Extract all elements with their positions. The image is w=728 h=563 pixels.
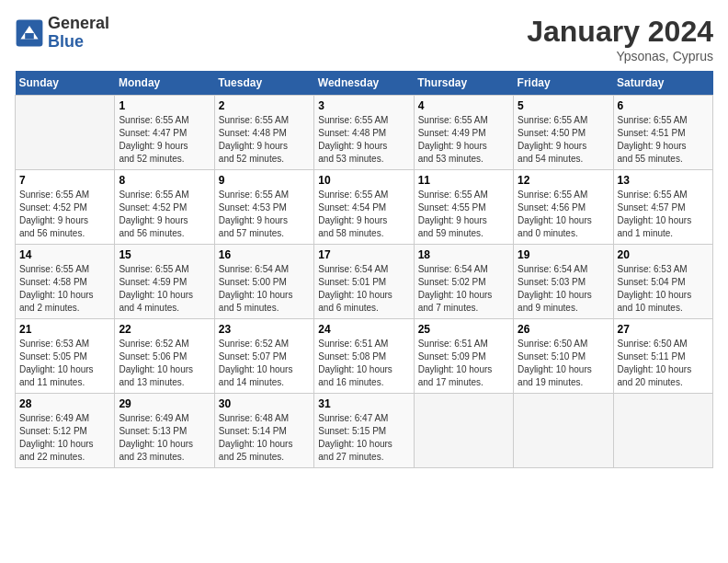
calendar-cell: 17Sunrise: 6:54 AM Sunset: 5:01 PM Dayli…	[314, 245, 414, 319]
calendar-cell: 13Sunrise: 6:55 AM Sunset: 4:57 PM Dayli…	[613, 170, 712, 245]
day-number: 8	[119, 174, 210, 187]
location-subtitle: Ypsonas, Cyprus	[527, 49, 713, 63]
day-number: 14	[19, 248, 110, 261]
day-number: 18	[418, 248, 509, 261]
day-number: 7	[19, 174, 110, 187]
logo: General Blue	[15, 15, 109, 52]
day-info: Sunrise: 6:55 AM Sunset: 4:53 PM Dayligh…	[219, 189, 310, 240]
calendar-cell: 12Sunrise: 6:55 AM Sunset: 4:56 PM Dayli…	[514, 170, 613, 245]
title-block: January 2024 Ypsonas, Cyprus	[527, 15, 713, 63]
weekday-row: SundayMondayTuesdayWednesdayThursdayFrid…	[16, 71, 713, 96]
calendar-week-row: 14Sunrise: 6:55 AM Sunset: 4:58 PM Dayli…	[16, 245, 713, 319]
day-number: 30	[219, 397, 310, 410]
day-info: Sunrise: 6:55 AM Sunset: 4:59 PM Dayligh…	[119, 263, 210, 315]
day-number: 2	[219, 99, 310, 112]
day-info: Sunrise: 6:55 AM Sunset: 4:52 PM Dayligh…	[119, 189, 210, 240]
day-number: 4	[418, 99, 509, 112]
day-number: 9	[219, 174, 310, 187]
day-info: Sunrise: 6:52 AM Sunset: 5:06 PM Dayligh…	[119, 338, 210, 389]
day-info: Sunrise: 6:49 AM Sunset: 5:13 PM Dayligh…	[119, 412, 210, 464]
calendar-cell: 2Sunrise: 6:55 AM Sunset: 4:48 PM Daylig…	[214, 96, 313, 170]
calendar-cell: 22Sunrise: 6:52 AM Sunset: 5:06 PM Dayli…	[115, 319, 214, 394]
calendar-cell: 31Sunrise: 6:47 AM Sunset: 5:15 PM Dayli…	[314, 394, 414, 468]
calendar-cell: 7Sunrise: 6:55 AM Sunset: 4:52 PM Daylig…	[16, 170, 115, 245]
day-info: Sunrise: 6:52 AM Sunset: 5:07 PM Dayligh…	[219, 338, 310, 389]
calendar-cell: 27Sunrise: 6:50 AM Sunset: 5:11 PM Dayli…	[613, 319, 712, 394]
calendar-cell: 6Sunrise: 6:55 AM Sunset: 4:51 PM Daylig…	[613, 96, 712, 170]
day-number: 15	[119, 248, 210, 261]
day-number: 5	[518, 99, 609, 112]
calendar-cell: 28Sunrise: 6:49 AM Sunset: 5:12 PM Dayli…	[16, 394, 115, 468]
day-number: 17	[318, 248, 409, 261]
month-title: January 2024	[527, 15, 713, 49]
day-info: Sunrise: 6:55 AM Sunset: 4:50 PM Dayligh…	[518, 114, 609, 166]
calendar-cell: 23Sunrise: 6:52 AM Sunset: 5:07 PM Dayli…	[214, 319, 313, 394]
day-number: 21	[19, 323, 110, 336]
day-info: Sunrise: 6:55 AM Sunset: 4:58 PM Dayligh…	[19, 263, 110, 315]
calendar-cell: 26Sunrise: 6:50 AM Sunset: 5:10 PM Dayli…	[514, 319, 613, 394]
day-info: Sunrise: 6:55 AM Sunset: 4:52 PM Dayligh…	[19, 189, 110, 240]
day-info: Sunrise: 6:54 AM Sunset: 5:00 PM Dayligh…	[219, 263, 310, 315]
calendar-cell: 16Sunrise: 6:54 AM Sunset: 5:00 PM Dayli…	[214, 245, 313, 319]
calendar-cell: 30Sunrise: 6:48 AM Sunset: 5:14 PM Dayli…	[214, 394, 313, 468]
calendar-cell: 19Sunrise: 6:54 AM Sunset: 5:03 PM Dayli…	[514, 245, 613, 319]
calendar-cell: 1Sunrise: 6:55 AM Sunset: 4:47 PM Daylig…	[115, 96, 214, 170]
day-info: Sunrise: 6:48 AM Sunset: 5:14 PM Dayligh…	[219, 412, 310, 464]
day-info: Sunrise: 6:55 AM Sunset: 4:48 PM Dayligh…	[219, 114, 310, 166]
day-info: Sunrise: 6:55 AM Sunset: 4:57 PM Dayligh…	[618, 189, 709, 240]
day-number: 16	[219, 248, 310, 261]
weekday-header: Friday	[514, 71, 613, 96]
calendar-cell: 14Sunrise: 6:55 AM Sunset: 4:58 PM Dayli…	[16, 245, 115, 319]
day-number: 27	[618, 323, 709, 336]
calendar-cell: 24Sunrise: 6:51 AM Sunset: 5:08 PM Dayli…	[314, 319, 414, 394]
day-number: 19	[518, 248, 609, 261]
calendar-week-row: 28Sunrise: 6:49 AM Sunset: 5:12 PM Dayli…	[16, 394, 713, 468]
day-number: 23	[219, 323, 310, 336]
calendar-cell: 10Sunrise: 6:55 AM Sunset: 4:54 PM Dayli…	[314, 170, 414, 245]
weekday-header: Saturday	[613, 71, 712, 96]
calendar-week-row: 1Sunrise: 6:55 AM Sunset: 4:47 PM Daylig…	[16, 96, 713, 170]
svg-rect-2	[25, 33, 34, 39]
day-info: Sunrise: 6:50 AM Sunset: 5:10 PM Dayligh…	[518, 338, 609, 389]
calendar-cell: 21Sunrise: 6:53 AM Sunset: 5:05 PM Dayli…	[16, 319, 115, 394]
calendar-cell	[414, 394, 513, 468]
calendar-week-row: 21Sunrise: 6:53 AM Sunset: 5:05 PM Dayli…	[16, 319, 713, 394]
calendar-cell: 9Sunrise: 6:55 AM Sunset: 4:53 PM Daylig…	[214, 170, 313, 245]
calendar-body: 1Sunrise: 6:55 AM Sunset: 4:47 PM Daylig…	[16, 96, 713, 468]
day-number: 11	[418, 174, 509, 187]
day-info: Sunrise: 6:54 AM Sunset: 5:01 PM Dayligh…	[318, 263, 409, 315]
day-info: Sunrise: 6:53 AM Sunset: 5:05 PM Dayligh…	[19, 338, 110, 389]
day-number: 10	[318, 174, 409, 187]
day-info: Sunrise: 6:55 AM Sunset: 4:49 PM Dayligh…	[418, 114, 509, 166]
day-number: 20	[618, 248, 709, 261]
day-info: Sunrise: 6:55 AM Sunset: 4:55 PM Dayligh…	[418, 189, 509, 240]
calendar-cell: 20Sunrise: 6:53 AM Sunset: 5:04 PM Dayli…	[613, 245, 712, 319]
calendar-cell: 18Sunrise: 6:54 AM Sunset: 5:02 PM Dayli…	[414, 245, 513, 319]
calendar-cell: 3Sunrise: 6:55 AM Sunset: 4:48 PM Daylig…	[314, 96, 414, 170]
day-info: Sunrise: 6:55 AM Sunset: 4:48 PM Dayligh…	[318, 114, 409, 166]
day-number: 12	[518, 174, 609, 187]
day-number: 13	[618, 174, 709, 187]
day-number: 22	[119, 323, 210, 336]
day-info: Sunrise: 6:54 AM Sunset: 5:02 PM Dayligh…	[418, 263, 509, 315]
calendar-cell: 5Sunrise: 6:55 AM Sunset: 4:50 PM Daylig…	[514, 96, 613, 170]
calendar-cell	[16, 96, 115, 170]
day-info: Sunrise: 6:55 AM Sunset: 4:54 PM Dayligh…	[318, 189, 409, 240]
day-number: 28	[19, 397, 110, 410]
calendar-cell: 15Sunrise: 6:55 AM Sunset: 4:59 PM Dayli…	[115, 245, 214, 319]
logo-text: General Blue	[48, 15, 109, 52]
day-info: Sunrise: 6:55 AM Sunset: 4:56 PM Dayligh…	[518, 189, 609, 240]
day-info: Sunrise: 6:54 AM Sunset: 5:03 PM Dayligh…	[518, 263, 609, 315]
calendar-cell: 29Sunrise: 6:49 AM Sunset: 5:13 PM Dayli…	[115, 394, 214, 468]
calendar-cell: 11Sunrise: 6:55 AM Sunset: 4:55 PM Dayli…	[414, 170, 513, 245]
weekday-header: Monday	[115, 71, 214, 96]
day-number: 29	[119, 397, 210, 410]
day-number: 1	[119, 99, 210, 112]
day-info: Sunrise: 6:51 AM Sunset: 5:09 PM Dayligh…	[418, 338, 509, 389]
calendar-table: SundayMondayTuesdayWednesdayThursdayFrid…	[15, 71, 713, 468]
logo-general: General	[48, 15, 109, 33]
weekday-header: Tuesday	[214, 71, 313, 96]
day-info: Sunrise: 6:55 AM Sunset: 4:47 PM Dayligh…	[119, 114, 210, 166]
day-info: Sunrise: 6:50 AM Sunset: 5:11 PM Dayligh…	[618, 338, 709, 389]
calendar-cell: 4Sunrise: 6:55 AM Sunset: 4:49 PM Daylig…	[414, 96, 513, 170]
